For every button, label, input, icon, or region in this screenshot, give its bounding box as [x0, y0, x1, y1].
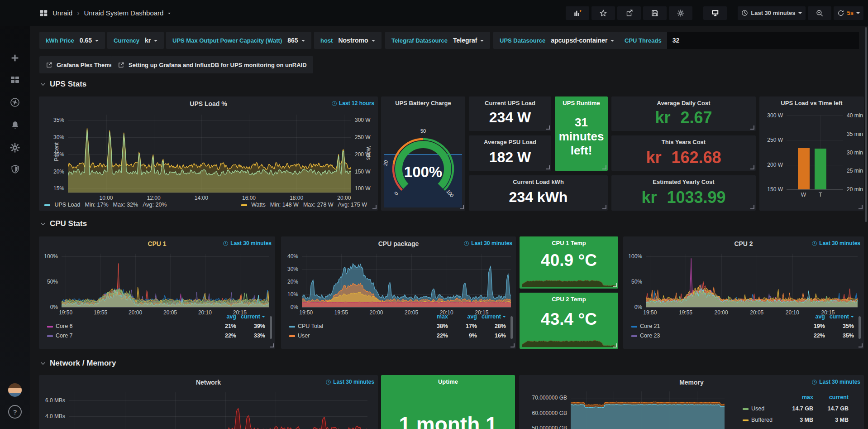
panel-title[interactable]: Estimated Yearly Cost: [611, 178, 756, 185]
legend-scrollbar[interactable]: [510, 316, 513, 339]
network-chart[interactable]: [69, 392, 367, 429]
panel-title[interactable]: Average Daily Cost: [611, 100, 756, 106]
share-dashboard-button[interactable]: [617, 6, 641, 20]
sidebar-item-server-admin[interactable]: [8, 162, 22, 176]
memory-chart[interactable]: [571, 391, 725, 429]
save-dashboard-button[interactable]: [643, 6, 667, 20]
panel-resize-handle[interactable]: [858, 343, 863, 347]
panel-resize-handle[interactable]: [372, 205, 377, 209]
legend-scrollbar[interactable]: [270, 316, 272, 339]
panel-timerange[interactable]: Last 30 minutes: [811, 379, 860, 385]
variable-kwh-price[interactable]: kWh Price 0.65: [39, 32, 105, 49]
panel-resize-handle[interactable]: [613, 343, 617, 347]
legend-column-header[interactable]: avg: [796, 313, 825, 320]
variable-telegraf-datasource[interactable]: Telegraf Datasource Telegraf: [385, 32, 490, 49]
panel-title[interactable]: Uptime: [381, 378, 515, 385]
cpu2-chart[interactable]: [646, 254, 858, 308]
panel-resize-handle[interactable]: [602, 165, 606, 169]
dashboard-link-plex-theme[interactable]: Grafana Plex Theme: [39, 56, 119, 73]
panel-title[interactable]: Current Load kWh: [469, 178, 608, 185]
panel-timerange[interactable]: Last 12 hours: [331, 100, 374, 106]
legend-item-watts[interactable]: WattsMin: 148 WMax: 278 WAvg: 175 W: [241, 202, 372, 208]
panel-timerange[interactable]: Last 30 minutes: [811, 240, 860, 246]
legend-column-header[interactable]: current: [825, 313, 854, 320]
variable-value[interactable]: Nostromo: [338, 37, 375, 44]
panel-resize-handle[interactable]: [750, 205, 754, 209]
panel-title[interactable]: CPU 2 Temp: [520, 296, 618, 303]
section-cpu-stats[interactable]: CPU Stats: [40, 219, 87, 228]
dashboard-title-caret-icon[interactable]: [168, 13, 171, 15]
section-network-memory[interactable]: Network / Memory: [40, 359, 116, 368]
panel-title[interactable]: This Years Cost: [611, 139, 756, 145]
panel-title[interactable]: Current UPS Load: [469, 100, 551, 106]
variable-ups-datasource[interactable]: UPS Datasource apcupsd-container: [493, 32, 620, 49]
time-range-picker[interactable]: Last 30 minutes: [738, 6, 805, 20]
star-dashboard-button[interactable]: [591, 6, 615, 20]
panel-title[interactable]: UPS Load %: [39, 100, 378, 107]
panel-title[interactable]: UPS Load vs Time left: [759, 100, 864, 106]
battery-gauge[interactable]: 02050100: [381, 96, 465, 211]
sidebar-item-dashboards[interactable]: [8, 72, 22, 87]
variable-value[interactable]: 865: [287, 37, 305, 44]
ups-load-chart[interactable]: [68, 115, 351, 193]
legend-scrollbar[interactable]: [858, 316, 861, 339]
cpu-threads-input[interactable]: [667, 32, 859, 49]
sidebar-item-explore[interactable]: [8, 95, 22, 110]
legend-series-name[interactable]: Core 6: [47, 323, 73, 329]
legend-series-name[interactable]: CPU Total: [289, 323, 323, 329]
cpu1-chart[interactable]: [62, 254, 269, 308]
legend-series-name[interactable]: Used: [743, 405, 764, 412]
variable-value[interactable]: Telegraf: [453, 37, 484, 44]
legend-series-name[interactable]: User: [289, 333, 310, 339]
refresh-picker[interactable]: 5s: [834, 6, 863, 20]
panel-resize-handle[interactable]: [546, 125, 550, 130]
panel-resize-handle[interactable]: [510, 343, 515, 347]
panel-timerange[interactable]: Last 30 minutes: [223, 240, 272, 246]
dashboard-settings-button[interactable]: [669, 6, 692, 20]
zoom-out-time-button[interactable]: [808, 6, 831, 20]
variable-host[interactable]: host Nostromo: [314, 32, 382, 49]
page-scrollbar[interactable]: [865, 27, 867, 222]
cpu-package-chart[interactable]: [302, 254, 511, 308]
variable-ups-max-output[interactable]: UPS Max Output Power Capacity (Watt) 865: [166, 32, 311, 49]
panel-resize-handle[interactable]: [750, 125, 754, 130]
panel-title[interactable]: Average PSU Load: [469, 139, 551, 145]
variable-value[interactable]: kr: [145, 37, 157, 44]
legend-column-header[interactable]: current: [236, 313, 265, 320]
panel-title[interactable]: CPU 1 Temp: [520, 240, 618, 246]
panel-resize-handle[interactable]: [270, 343, 274, 347]
legend-column-header[interactable]: current: [813, 394, 849, 400]
legend-series-name[interactable]: Buffered: [743, 417, 773, 423]
panel-timerange[interactable]: Last 30 minutes: [325, 379, 374, 385]
sidebar-item-configuration[interactable]: [8, 140, 22, 155]
sidebar-item-help[interactable]: ?: [8, 405, 22, 419]
sidebar-item-alerting[interactable]: [8, 118, 22, 132]
legend-item-ups-load[interactable]: UPS LoadMin: 17%Max: 32%Avg: 20%: [44, 202, 171, 208]
legend-series-name[interactable]: Core 7: [47, 333, 73, 339]
variable-currency[interactable]: Currency kr: [107, 32, 164, 49]
panel-resize-handle[interactable]: [750, 165, 754, 169]
legend-column-header[interactable]: avg: [207, 313, 236, 320]
cycle-view-mode-button[interactable]: [703, 6, 727, 20]
panel-resize-handle[interactable]: [613, 283, 617, 287]
legend-column-header[interactable]: max: [778, 394, 813, 400]
legend-column-header[interactable]: current: [477, 313, 506, 320]
breadcrumb-root[interactable]: Unraid: [52, 9, 72, 17]
legend-series-name[interactable]: Core 21: [631, 323, 660, 329]
variable-value[interactable]: apcupsd-container: [551, 37, 614, 44]
legend-column-header[interactable]: max: [419, 313, 448, 320]
dashboard-link-ups-monitoring[interactable]: Setting up Grafana and InfluxDB for UPS …: [111, 56, 313, 73]
panel-resize-handle[interactable]: [460, 205, 464, 209]
panel-resize-handle[interactable]: [602, 205, 606, 209]
dashboard-grid-icon[interactable]: [39, 9, 48, 18]
panel-timerange[interactable]: Last 30 minutes: [463, 240, 512, 246]
sidebar-item-create[interactable]: [8, 51, 22, 65]
panel-resize-handle[interactable]: [546, 165, 550, 169]
variable-value[interactable]: 0.65: [80, 37, 99, 44]
ups-load-vs-time-chart[interactable]: [787, 116, 843, 190]
user-avatar[interactable]: [8, 383, 22, 397]
add-panel-button[interactable]: [566, 6, 589, 20]
section-ups-stats[interactable]: UPS Stats: [40, 80, 86, 89]
legend-series-name[interactable]: Core 23: [631, 333, 660, 339]
panel-resize-handle[interactable]: [858, 205, 863, 209]
